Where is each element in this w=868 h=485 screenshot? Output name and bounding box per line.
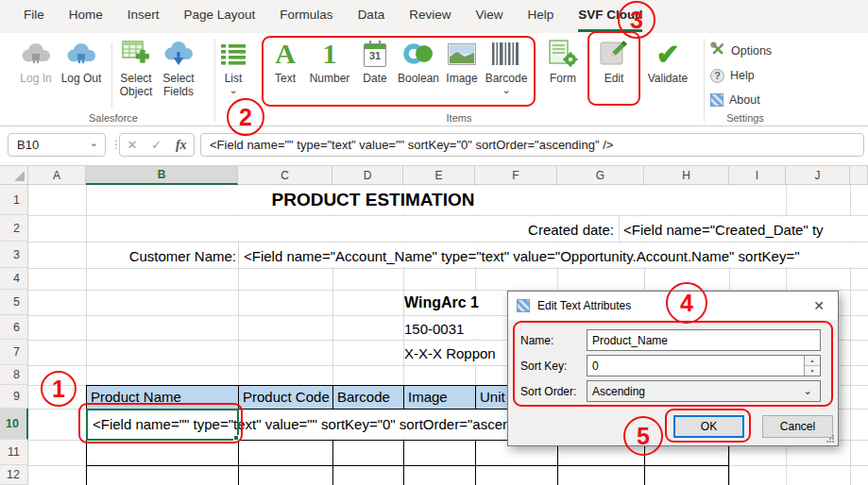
group-separator [704, 39, 705, 122]
salesforce-group-label: Salesforce [28, 112, 198, 124]
row-header-5[interactable]: 5 [0, 290, 28, 315]
confirm-entry-icon[interactable]: ✓ [151, 138, 162, 152]
tab-review[interactable]: Review [397, 0, 463, 33]
row-header-1[interactable]: 1 [0, 185, 28, 215]
row-header-2[interactable]: 2 [0, 215, 28, 242]
form-label: Form [550, 72, 576, 85]
row-header-9[interactable]: 9 [0, 385, 28, 409]
insert-function-icon[interactable]: fx [176, 138, 187, 153]
form-button[interactable]: Form [540, 38, 586, 108]
customer-name-label-cell[interactable]: Customer Name: [57, 243, 236, 268]
formula-input[interactable]: <Field name="" type="text" value="" sort… [200, 133, 864, 157]
form-gear-icon [548, 38, 578, 70]
resize-grip[interactable] [825, 434, 835, 443]
column-header-c[interactable]: C [238, 166, 332, 185]
boolean-circles-icon [403, 38, 434, 70]
barcode-item-button[interactable]: Barcode ⌄ [477, 38, 536, 108]
column-header-partial[interactable] [850, 166, 868, 185]
logout-button[interactable]: Log Out [59, 38, 104, 108]
column-header-b[interactable]: B [86, 166, 238, 185]
table-header-image[interactable]: Image [403, 385, 475, 409]
name-box-chevron-icon[interactable]: ⌄ [90, 137, 98, 149]
cloud-login-icon [19, 38, 53, 70]
close-icon[interactable]: ✕ [800, 292, 838, 320]
help-label: Help [730, 69, 755, 82]
list-button[interactable]: List ⌄ [214, 38, 252, 108]
ok-button[interactable]: OK [673, 415, 744, 438]
spinner-down-icon[interactable]: ▼ [805, 366, 820, 376]
column-header-a[interactable]: A [28, 166, 86, 185]
fill-handle[interactable] [233, 435, 239, 441]
select-object-label: Select Object [112, 72, 160, 98]
company-name-cell[interactable]: WingArc 1 [404, 292, 479, 314]
row-header-12[interactable]: 12 [0, 465, 28, 485]
column-header-h[interactable]: H [644, 166, 729, 185]
help-button[interactable]: ? Help [710, 66, 755, 85]
dialog-title-bar[interactable]: Edit Text Attributes [508, 292, 838, 320]
name-input[interactable]: Product_Name [587, 329, 821, 351]
spinner-up-icon[interactable]: ▲ [805, 356, 820, 366]
number-one-icon: 1 [323, 38, 337, 70]
text-item-button[interactable]: A Text [264, 38, 306, 108]
active-cell-selection[interactable] [86, 409, 239, 441]
about-button[interactable]: About [710, 91, 760, 109]
select-fields-button[interactable]: Select Fields [156, 38, 201, 108]
column-header-i[interactable]: I [729, 166, 786, 185]
row-header-4[interactable]: 4 [0, 268, 28, 290]
name-box[interactable]: B10 ⌄ [8, 133, 106, 157]
options-label: Options [731, 44, 772, 58]
number-item-button[interactable]: 1 Number [303, 38, 356, 108]
tab-home[interactable]: Home [57, 0, 115, 33]
cancel-button[interactable]: Cancel [762, 415, 833, 438]
sort-order-select[interactable]: Ascending ⌄ [587, 380, 821, 402]
tab-page-layout[interactable]: Page Layout [172, 0, 268, 33]
address-cell[interactable]: X-X-X Roppon [404, 343, 496, 363]
column-header-d[interactable]: D [332, 166, 403, 185]
sheet-title-cell[interactable]: PRODUCT ESTIMATION [86, 187, 660, 213]
select-fields-label: Select Fields [156, 72, 201, 98]
row-header-7[interactable]: 7 [0, 340, 28, 365]
edit-button[interactable]: Edit [591, 38, 637, 108]
tab-file[interactable]: File [11, 0, 57, 33]
postal-code-cell[interactable]: 150-0031 [404, 318, 464, 339]
help-icon: ? [710, 69, 724, 83]
column-header-f[interactable]: F [475, 166, 557, 185]
tab-svf-cloud[interactable]: SVF Cloud [566, 0, 655, 33]
login-button[interactable]: Log In [13, 38, 59, 108]
row-header-8[interactable]: 8 [0, 365, 28, 385]
tab-help[interactable]: Help [515, 0, 566, 33]
select-object-button[interactable]: Select Object [112, 38, 160, 108]
formula-buttons: ✕ ✓ fx [119, 133, 195, 157]
row-header-3[interactable]: 3 [0, 242, 28, 268]
sort-key-input[interactable]: 0 ▲ ▼ [587, 355, 821, 376]
chevron-down-icon[interactable]: ⌄ [229, 86, 237, 93]
menu-tab-strip: File Home Insert Page Layout Formulas Da… [0, 0, 868, 33]
table-header-product-code[interactable]: Product Code [238, 385, 332, 409]
tab-data[interactable]: Data [346, 0, 398, 33]
created-date-field-cell[interactable]: <Field name="Created_Date" ty [623, 217, 824, 242]
table-header-product-name[interactable]: Product Name [86, 385, 238, 409]
customer-name-field-cell[interactable]: <Field name="Account_Name" type="text" v… [244, 243, 800, 268]
tab-view[interactable]: View [463, 0, 515, 33]
select-all-corner[interactable] [0, 166, 28, 185]
created-date-label-cell[interactable]: Created date: [378, 217, 614, 242]
table-header-barcode[interactable]: Barcode [332, 385, 403, 409]
tab-formulas[interactable]: Formulas [267, 0, 345, 33]
chevron-down-icon[interactable]: ⌄ [502, 86, 510, 93]
column-header-j[interactable]: J [786, 166, 850, 185]
tab-insert[interactable]: Insert [115, 0, 172, 33]
row-header-11[interactable]: 11 [0, 440, 28, 465]
text-label: Text [275, 72, 296, 85]
validate-check-icon: ✔ [655, 38, 679, 70]
sort-key-spinner[interactable]: ▲ ▼ [804, 356, 820, 376]
column-header-e[interactable]: E [403, 166, 475, 185]
list-label: List [225, 72, 243, 85]
row-header-6[interactable]: 6 [0, 315, 28, 340]
cancel-entry-icon[interactable]: ✕ [127, 138, 137, 152]
validate-button[interactable]: ✔ Validate [639, 38, 696, 108]
options-button[interactable]: Options [710, 42, 772, 60]
gridline [619, 215, 620, 242]
dialog-title: Edit Text Attributes [537, 299, 631, 312]
row-header-10[interactable]: 10 [0, 409, 28, 440]
column-header-g[interactable]: G [557, 166, 644, 185]
